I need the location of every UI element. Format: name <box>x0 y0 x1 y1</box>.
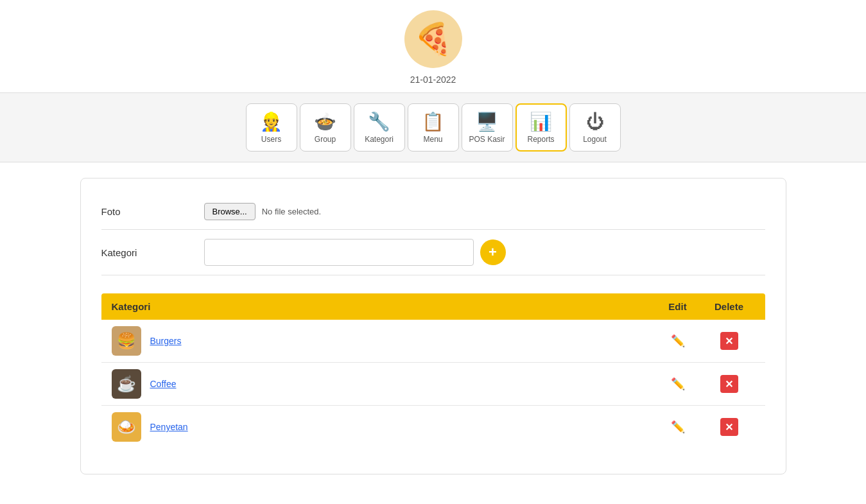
kategori-input[interactable] <box>204 239 474 266</box>
delete-button-0[interactable]: ✕ <box>720 332 738 350</box>
category-thumb-0: 🍔 <box>112 326 141 356</box>
delete-cell-2: ✕ <box>704 418 755 436</box>
category-cell-1: ☕ Coffee <box>112 369 652 399</box>
menu-icon: 📋 <box>422 111 444 132</box>
edit-cell-0: ✏️ <box>652 334 704 348</box>
pos-kasir-label: POS Kasir <box>469 135 505 144</box>
category-thumb-2: 🍛 <box>112 412 141 442</box>
delete-button-1[interactable]: ✕ <box>720 375 738 393</box>
browse-button[interactable]: Browse... <box>204 203 255 220</box>
delete-cell-0: ✕ <box>704 332 755 350</box>
category-cell-0: 🍔 Burgers <box>112 326 652 356</box>
edit-button-0[interactable]: ✏️ <box>671 334 685 348</box>
group-label: Group <box>315 135 336 144</box>
foto-label: Foto <box>101 206 204 217</box>
table-row: 🍛 Penyetan ✏️ ✕ <box>101 406 765 448</box>
page-header: 🍕 21-01-2022 <box>0 0 866 93</box>
foto-row: Foto Browse... No file selected. <box>101 194 765 230</box>
kategori-form-label: Kategori <box>101 247 204 258</box>
delete-cell-1: ✕ <box>704 375 755 393</box>
category-cell-2: 🍛 Penyetan <box>112 412 652 442</box>
logo: 🍕 <box>404 10 462 68</box>
col-header-kategori: Kategori <box>112 301 652 312</box>
pos-kasir-icon: 🖥️ <box>476 111 498 132</box>
nav-bar: 👷 Users 🍲 Group 🔧 Kategori 📋 Menu 🖥️ POS… <box>0 93 866 162</box>
kategori-icon: 🔧 <box>368 111 390 132</box>
edit-cell-1: ✏️ <box>652 377 704 391</box>
date-display: 21-01-2022 <box>410 74 456 85</box>
no-file-text: No file selected. <box>262 207 322 216</box>
category-name-0[interactable]: Burgers <box>150 336 182 346</box>
category-name-1[interactable]: Coffee <box>150 379 177 389</box>
users-label: Users <box>261 135 281 144</box>
table-body: 🍔 Burgers ✏️ ✕ ☕ Coffee ✏️ ✕ 🍛 P <box>101 320 765 448</box>
main-content: Foto Browse... No file selected. Kategor… <box>80 178 786 474</box>
logout-label: Logout <box>583 135 607 144</box>
kategori-row: Kategori + <box>101 230 765 275</box>
category-name-2[interactable]: Penyetan <box>150 422 188 432</box>
kategori-table: Kategori Edit Delete 🍔 Burgers ✏️ ✕ ☕ Co… <box>101 293 765 448</box>
nav-item-group[interactable]: 🍲 Group <box>300 103 351 152</box>
nav-item-pos-kasir[interactable]: 🖥️ POS Kasir <box>462 103 513 152</box>
nav-item-logout[interactable]: ⏻ Logout <box>569 103 621 152</box>
table-row: 🍔 Burgers ✏️ ✕ <box>101 320 765 363</box>
foto-controls: Browse... No file selected. <box>204 203 765 220</box>
users-icon: 👷 <box>260 111 282 132</box>
add-kategori-button[interactable]: + <box>480 239 506 265</box>
reports-label: Reports <box>527 135 554 144</box>
nav-item-kategori[interactable]: 🔧 Kategori <box>354 103 405 152</box>
table-row: ☕ Coffee ✏️ ✕ <box>101 363 765 406</box>
col-header-edit: Edit <box>652 301 704 312</box>
menu-label: Menu <box>423 135 442 144</box>
kategori-controls: + <box>204 239 765 266</box>
edit-button-1[interactable]: ✏️ <box>671 377 685 391</box>
nav-items: 👷 Users 🍲 Group 🔧 Kategori 📋 Menu 🖥️ POS… <box>246 103 621 152</box>
nav-item-menu[interactable]: 📋 Menu <box>408 103 459 152</box>
edit-button-2[interactable]: ✏️ <box>671 420 685 434</box>
logout-icon: ⏻ <box>586 111 604 132</box>
kategori-label: Kategori <box>365 135 394 144</box>
reports-icon: 📊 <box>530 111 552 132</box>
table-header: Kategori Edit Delete <box>101 293 765 320</box>
edit-cell-2: ✏️ <box>652 420 704 434</box>
nav-item-users[interactable]: 👷 Users <box>246 103 297 152</box>
delete-button-2[interactable]: ✕ <box>720 418 738 436</box>
col-header-delete: Delete <box>704 301 755 312</box>
nav-item-reports[interactable]: 📊 Reports <box>515 103 567 152</box>
group-icon: 🍲 <box>314 111 336 132</box>
category-thumb-1: ☕ <box>112 369 141 399</box>
